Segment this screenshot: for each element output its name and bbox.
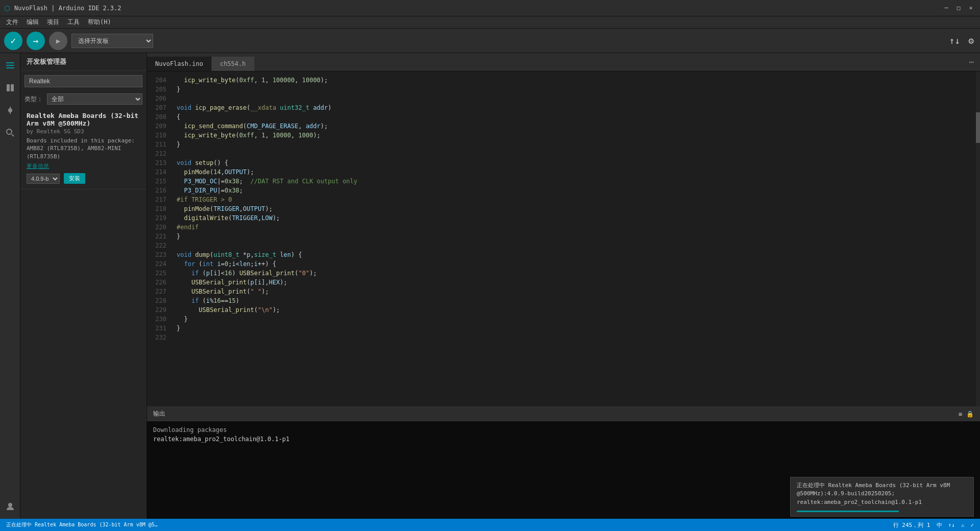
title-bar: ⬡ NuvoFlash | Arduino IDE 2.3.2 ─ □ ✕ [0,0,980,16]
language-indicator[interactable]: 中 [937,521,942,529]
code-text[interactable]: icp_write_byte(0xff, 1, 100000, 10000); … [173,71,976,406]
board-item-sub: by Realtek SG SD3 [27,128,140,135]
board-panel-header: 开发板管理器 [20,53,146,71]
editor-scrollbar[interactable] [976,71,980,406]
sync-icon[interactable]: ↑↓ [948,522,955,528]
type-label: 类型： [24,95,43,104]
menu-bar: 文件 编辑 项目 工具 帮助(H) [0,16,980,29]
status-bar: 正在处理中 Realtek Ameba Boards (32-bit Arm v… [0,519,980,531]
code-editor[interactable]: 204205206207208 209210211212213 21421521… [147,71,980,406]
sidebar-icon-debug[interactable] [2,102,18,118]
progress-bar [797,511,899,512]
svg-rect-4 [11,84,14,91]
svg-point-5 [8,108,12,112]
toolbar: ✓ → ▶ 选择开发板 ↑↓ ⚙ [0,29,980,53]
icon-sidebar [0,53,20,519]
status-right: 行 245，列 1 中 ↑↓ ⚠ ✓ [893,521,974,529]
output-icons: ≡ 🔒 [959,411,974,418]
editor-area: NuvoFlash.ino ch554.h ⋯ 204205206207208 … [147,53,980,519]
line-numbers: 204205206207208 209210211212213 21421521… [147,71,173,406]
svg-point-8 [7,129,12,134]
menu-edit[interactable]: 编辑 [22,17,43,28]
type-select[interactable]: 全部 [47,93,142,105]
tab-bar: NuvoFlash.ino ch554.h ⋯ [147,53,980,71]
row-col-indicator[interactable]: 行 245，列 1 [893,521,930,529]
output-line-2: realtek:ameba_pro2_toolchain@1.0.1-p1 [153,435,974,444]
svg-rect-2 [6,67,14,68]
close-button[interactable]: ✕ [966,3,976,13]
board-manager-panel: 开发板管理器 类型： 全部 Realtek Ameba Boards (32-b… [20,53,147,519]
editor-scrollbar-thumb[interactable] [976,112,980,143]
board-search-input[interactable] [24,75,142,87]
serial-monitor-icon[interactable]: ↑↓ [947,33,962,48]
toast-text: 正在处理中 Realtek Ameba Boards (32-bit Arm v… [797,481,967,507]
svg-line-9 [12,134,14,136]
type-row: 类型： 全部 [20,91,146,107]
output-menu-icon[interactable]: ≡ [959,411,962,418]
status-text: 正在处理中 Realtek Ameba Boards (32-bit Arm v… [6,521,159,528]
board-item-desc: Boards included in this package: AMB82 (… [27,137,140,160]
maximize-button[interactable]: □ [953,3,964,13]
board-select[interactable]: 选择开发板 [71,34,153,48]
output-lock-icon[interactable]: 🔒 [966,411,974,418]
svg-rect-3 [7,84,10,91]
svg-point-10 [8,503,12,507]
menu-help[interactable]: 帮助(H) [84,17,115,28]
tab-nuvoflash[interactable]: NuvoFlash.ino [147,57,212,71]
board-list-item: Realtek Ameba Boards (32-bit Arm v8M @50… [20,107,146,189]
window-controls: ─ □ ✕ [941,3,976,13]
window-title: NuvoFlash | Arduino IDE 2.3.2 [10,5,941,12]
board-item-actions: 4.0.9-b 安装 [27,173,140,184]
output-header: 输出 ≡ 🔒 [147,407,980,421]
sidebar-icon-search[interactable] [2,125,18,141]
main-area: 开发板管理器 类型： 全部 Realtek Ameba Boards (32-b… [0,53,980,519]
output-label: 输出 [153,409,165,418]
tab-ch554[interactable]: ch554.h [212,57,255,71]
minimize-button[interactable]: ─ [941,3,951,13]
notification-toast: 正在处理中 Realtek Ameba Boards (32-bit Arm v… [790,477,974,517]
sidebar-icon-boards[interactable] [2,57,18,74]
check-icon[interactable]: ✓ [970,522,974,528]
svg-rect-1 [6,65,14,66]
app-icon: ⬡ [4,4,10,12]
upload-button[interactable]: → [27,32,45,50]
svg-rect-0 [6,62,14,63]
verify-button[interactable]: ✓ [4,32,22,50]
more-info-link[interactable]: 更多信息 [27,162,140,170]
menu-file[interactable]: 文件 [2,17,22,28]
version-select[interactable]: 4.0.9-b [27,174,60,184]
debug-button[interactable]: ▶ [49,32,67,50]
output-line-1: Downloading packages [153,425,974,435]
menu-tools[interactable]: 工具 [63,17,84,28]
sidebar-icon-libraries[interactable] [2,80,18,96]
settings-icon[interactable]: ⚙ [966,33,976,48]
install-button[interactable]: 安装 [64,173,85,184]
tab-more-icon[interactable]: ⋯ [963,55,980,69]
warning-icon[interactable]: ⚠ [961,522,965,528]
board-item-title: Realtek Ameba Boards (32-bit Arm v8M @50… [27,112,140,127]
sidebar-icon-profile[interactable] [2,498,18,515]
menu-project[interactable]: 项目 [43,17,63,28]
board-search-area [20,71,146,91]
